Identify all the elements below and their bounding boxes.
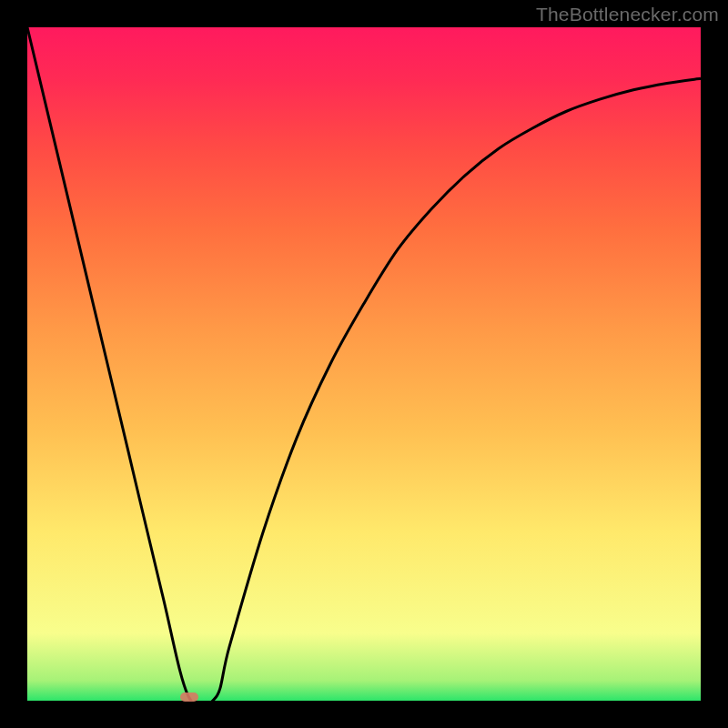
minimum-marker	[180, 693, 198, 702]
chart-frame: TheBottlenecker.com	[0, 0, 728, 728]
curve-path	[27, 27, 701, 707]
plot-area	[27, 27, 701, 701]
watermark-label: TheBottlenecker.com	[536, 4, 719, 25]
bottleneck-curve	[27, 27, 701, 701]
